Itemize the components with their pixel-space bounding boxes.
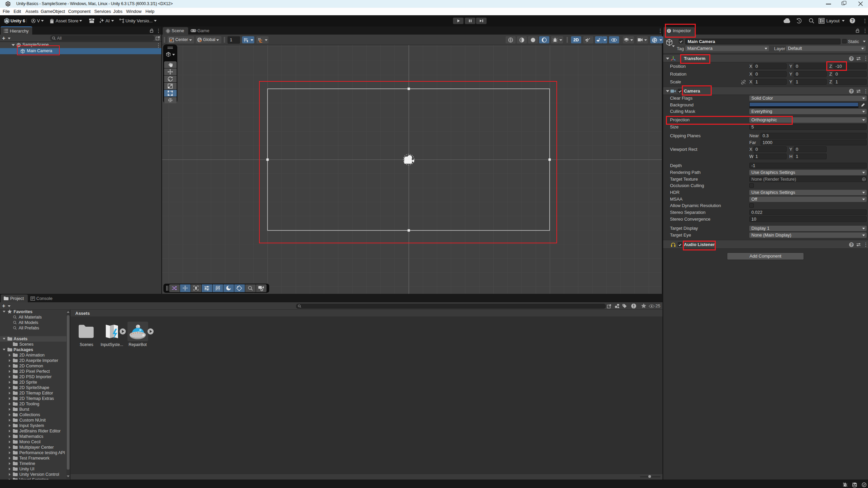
svg-text:Y: Y [246, 40, 248, 43]
